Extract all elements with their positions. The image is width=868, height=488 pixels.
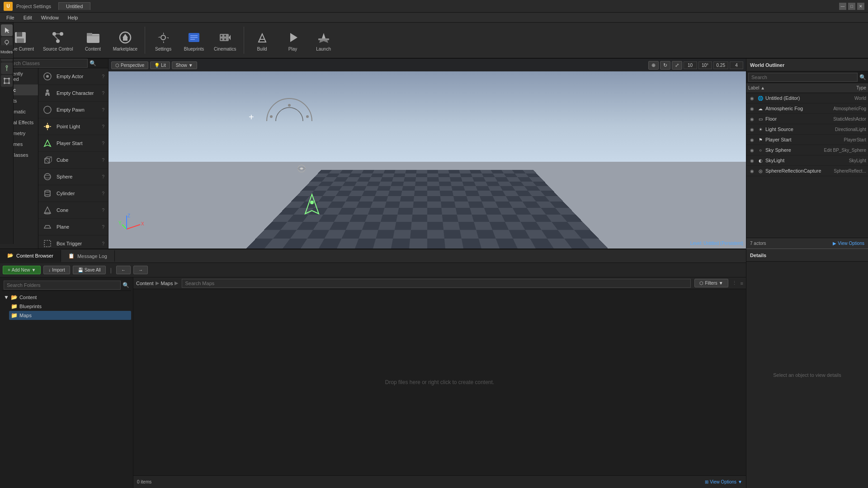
place-item-cylinder[interactable]: Cylinder ? bbox=[38, 185, 108, 202]
msg-tab-icon: 📋 bbox=[68, 253, 75, 259]
oi-type-sky[interactable]: Edit BP_Sky_Sphere bbox=[812, 148, 866, 153]
content-path-bar: Content ▶ Maps ▶ ⬡ Filters ▼ ⋮ ≡ bbox=[133, 277, 746, 289]
folder-content[interactable]: ▼ 📂 Content bbox=[2, 293, 131, 302]
outliner-item-light-source[interactable]: ◉ ☀ Light Source DirectionalLight bbox=[746, 124, 868, 135]
svg-point-37 bbox=[44, 106, 51, 113]
menu-file[interactable]: File bbox=[2, 14, 19, 21]
viewport-lit-btn[interactable]: 💡 Lit bbox=[150, 61, 170, 69]
toolbar-launch[interactable]: Launch bbox=[309, 28, 338, 53]
place-item-sphere[interactable]: Sphere ? bbox=[38, 169, 108, 185]
add-new-chevron: ▼ bbox=[31, 267, 36, 272]
outliner-item-floor[interactable]: ◉ ▭ Floor StaticMeshActor bbox=[746, 114, 868, 124]
viewport-show-btn[interactable]: Show ▼ bbox=[172, 61, 197, 69]
path-content[interactable]: Content bbox=[136, 281, 154, 286]
content-browser: 📂 Content Browser 📋 Message Log + Add Ne… bbox=[0, 249, 746, 488]
menu-edit[interactable]: Edit bbox=[19, 14, 37, 21]
content-view-options[interactable]: ⋮ bbox=[730, 280, 739, 286]
add-new-button[interactable]: + Add New ▼ bbox=[3, 266, 41, 274]
toolbar-source-control[interactable]: Source Control bbox=[39, 28, 77, 53]
actors-count: 7 actors bbox=[750, 241, 766, 246]
viewport-perspective-btn[interactable]: ⬡ Perspective bbox=[111, 61, 148, 69]
folder-content-label: Content bbox=[19, 295, 37, 300]
cb-view-options[interactable]: ⊞ View Options ▼ bbox=[705, 479, 742, 484]
outliner-col-type[interactable]: Type bbox=[812, 85, 866, 90]
folder-search-bar: 🔍 bbox=[2, 279, 131, 291]
place-item-point-light[interactable]: Point Light ? bbox=[38, 118, 108, 135]
svg-marker-57 bbox=[44, 225, 51, 228]
mode-select[interactable] bbox=[1, 24, 13, 36]
nav-back-button[interactable]: ← bbox=[116, 266, 131, 274]
launch-label: Launch bbox=[316, 47, 331, 52]
outliner-item-player-start[interactable]: ◉ ⚑ Player Start PlayerStart bbox=[746, 135, 868, 145]
content-files-area[interactable]: Drop files here or right click to create… bbox=[133, 289, 746, 475]
tab-message-log[interactable]: 📋 Message Log bbox=[61, 250, 115, 262]
mode-foliage[interactable] bbox=[1, 62, 13, 74]
content-collapse-btn[interactable]: ≡ bbox=[741, 281, 743, 286]
folder-blueprints[interactable]: 📁 Blueprints bbox=[9, 302, 131, 311]
filters-button[interactable]: ⬡ Filters ▼ bbox=[694, 279, 728, 287]
toolbar-marketplace[interactable]: Marketplace bbox=[109, 28, 141, 53]
cb-tab-label: Content Browser bbox=[16, 253, 53, 258]
cb-view-icon: ⊞ bbox=[705, 479, 708, 484]
save-all-button[interactable]: 💾 Save All bbox=[73, 266, 106, 274]
oi-name-light: Light Source bbox=[765, 127, 812, 132]
vp-tool-translate[interactable]: ⊕ bbox=[648, 61, 659, 70]
outliner-search-input[interactable] bbox=[748, 73, 858, 82]
box-trigger-name: Box Trigger bbox=[57, 241, 100, 246]
toolbar-blueprints[interactable]: Blueprints bbox=[179, 28, 208, 53]
modes-indicator[interactable]: Modes bbox=[0, 45, 14, 59]
place-item-cone[interactable]: Cone ? bbox=[38, 202, 108, 219]
oi-type-skylight: SkyLight bbox=[812, 158, 866, 163]
folder-maps-icon: 📁 bbox=[11, 312, 18, 319]
point-light-help: ? bbox=[102, 124, 104, 129]
place-item-cube[interactable]: Cube ? bbox=[38, 152, 108, 169]
folder-maps[interactable]: 📁 Maps bbox=[9, 311, 131, 320]
import-icon: ↓ bbox=[48, 267, 51, 272]
oi-icon-light: ☀ bbox=[757, 126, 764, 133]
content-search-input[interactable] bbox=[182, 279, 691, 288]
toolbar-build[interactable]: Build bbox=[248, 28, 277, 53]
mode-geometry[interactable] bbox=[1, 75, 13, 87]
svg-point-33 bbox=[8, 82, 10, 84]
import-button[interactable]: ↓ Import bbox=[43, 266, 70, 274]
outliner-item-sky-sphere[interactable]: ◉ ○ Sky Sphere Edit BP_Sky_Sphere bbox=[746, 145, 868, 155]
folder-blueprints-label: Blueprints bbox=[19, 304, 42, 309]
minimize-button[interactable]: — bbox=[839, 3, 846, 10]
folder-search-input[interactable] bbox=[4, 281, 121, 290]
launch-icon bbox=[316, 29, 332, 46]
maximize-button[interactable]: □ bbox=[848, 3, 855, 10]
place-item-empty-character[interactable]: Empty Character ? bbox=[38, 85, 108, 102]
outliner-view-options[interactable]: ▶ View Options bbox=[833, 241, 864, 246]
lit-icon: 💡 bbox=[154, 63, 160, 68]
toolbar-cinematics[interactable]: Cinematics bbox=[210, 28, 240, 53]
place-item-plane[interactable]: Plane ? bbox=[38, 219, 108, 235]
oi-icon-atm-fog: ☁ bbox=[757, 105, 764, 112]
tab-content-browser[interactable]: 📂 Content Browser bbox=[0, 250, 61, 262]
outliner-item-atmospheric-fog[interactable]: ◉ ☁ Atmospheric Fog AtmosphericFog bbox=[746, 103, 868, 114]
toolbar-settings[interactable]: Settings bbox=[149, 28, 178, 53]
outliner-item-skylight[interactable]: ◉ ◐ SkyLight SkyLight bbox=[746, 155, 868, 166]
close-button[interactable]: ✕ bbox=[857, 3, 864, 10]
path-maps[interactable]: Maps bbox=[161, 281, 173, 286]
viewport[interactable]: ⬡ Perspective 💡 Lit Show ▼ ⊕ ↻ ⤢ 10 10° … bbox=[108, 59, 746, 249]
toolbar-play[interactable]: Play bbox=[278, 28, 307, 53]
menu-window[interactable]: Window bbox=[37, 14, 63, 21]
content-label: Content bbox=[85, 47, 101, 52]
menu-help[interactable]: Help bbox=[63, 14, 83, 21]
oi-type-light: DirectionalLight bbox=[812, 127, 866, 132]
toolbar-content[interactable]: Content bbox=[79, 28, 108, 53]
vp-tool-scale[interactable]: ⤢ bbox=[672, 61, 682, 70]
place-item-player-start[interactable]: Player Start ? bbox=[38, 135, 108, 152]
outliner-item-sphere-reflect[interactable]: ◉ ◎ SphereReflectionCapture SphereReflec… bbox=[746, 166, 868, 176]
outliner-item-untitled-editor[interactable]: ◉ 🌐 Untitled (Editor) World bbox=[746, 93, 868, 103]
svg-line-72 bbox=[127, 225, 140, 229]
outliner-col-label[interactable]: Label ▲ bbox=[748, 85, 812, 90]
vp-tool-rotate[interactable]: ↻ bbox=[660, 61, 670, 70]
placement-search-input[interactable] bbox=[2, 59, 88, 68]
oi-vis-light: ◉ bbox=[748, 126, 755, 133]
place-item-empty-actor[interactable]: Empty Actor ? bbox=[38, 68, 108, 85]
details-panel: Details Select an object to view details bbox=[746, 249, 868, 488]
place-item-empty-pawn[interactable]: Empty Pawn ? bbox=[38, 102, 108, 118]
nav-forward-button[interactable]: → bbox=[133, 266, 148, 274]
untitled-tab[interactable]: Untitled bbox=[58, 2, 90, 10]
